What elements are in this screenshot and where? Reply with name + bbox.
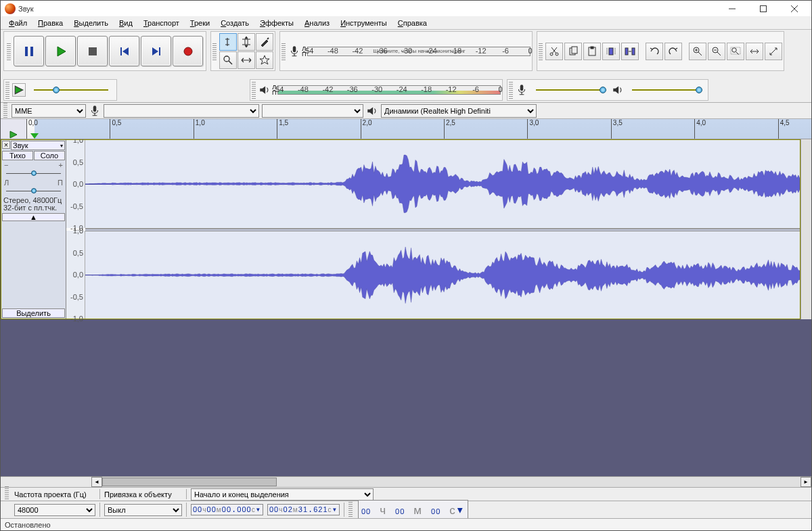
status-bar: Остановлено <box>1 518 811 530</box>
multi-tool[interactable] <box>256 51 273 69</box>
transport-group <box>3 31 206 71</box>
mixer-group <box>507 79 708 101</box>
speaker-icon[interactable] <box>258 84 271 96</box>
minimize-button[interactable] <box>717 1 748 16</box>
mute-button[interactable]: Тихо <box>2 151 33 160</box>
drag-handle-icon[interactable] <box>7 43 11 60</box>
selection-tool[interactable] <box>219 33 237 51</box>
timeshift-tool[interactable] <box>238 51 255 69</box>
track-gain-slider[interactable] <box>3 170 64 177</box>
playback-meter[interactable]: -54-48-42-36-30-24-18-12-60 <box>277 85 501 95</box>
menu-справка[interactable]: Справка <box>392 18 432 28</box>
drag-handle-icon[interactable] <box>281 43 286 60</box>
menu-правка[interactable]: Правка <box>32 18 68 28</box>
zoom-toggle-button[interactable] <box>765 43 782 60</box>
trim-button[interactable] <box>602 43 620 60</box>
skip-end-button[interactable] <box>141 36 171 66</box>
drag-handle-icon[interactable] <box>509 81 513 99</box>
selection-toolbar-controls: 48000 Выкл 00ч00м00.000с▾ 00ч02м31.621с▾… <box>1 501 811 518</box>
cut-button[interactable] <box>545 43 563 60</box>
fit-selection-button[interactable] <box>727 43 744 60</box>
pause-button[interactable] <box>14 36 44 66</box>
paste-button[interactable] <box>583 43 601 60</box>
audio-position-timecode[interactable]: 00 ч 00 м 00 с▾ <box>358 500 468 520</box>
track-collapse-button[interactable]: ▲ <box>2 213 65 221</box>
project-rate-select[interactable]: 48000 <box>14 504 95 516</box>
redo-button[interactable] <box>664 43 682 60</box>
drag-handle-icon[interactable] <box>5 81 9 99</box>
zoom-tool[interactable] <box>219 51 237 69</box>
drag-handle-icon[interactable] <box>539 43 543 60</box>
drag-handle-icon[interactable] <box>3 102 7 120</box>
timeline: 0,00,51,01,52,02,53,03,54,04,5 <box>1 119 811 139</box>
menu-bar: ФайлПравкаВыделитьВидТранспортТрекиСозда… <box>1 16 811 30</box>
selection-mode-select[interactable]: Начало и конец выделения <box>191 488 374 501</box>
menu-файл[interactable]: Файл <box>3 18 32 28</box>
track-pan-slider[interactable] <box>3 188 64 195</box>
snap-select[interactable]: Выкл <box>104 504 182 516</box>
playback-speed-slider[interactable] <box>27 85 115 95</box>
track-menu-button[interactable]: Звук <box>11 141 65 150</box>
playback-device-select[interactable]: Динамики (Realtek High Definiti <box>381 104 537 118</box>
play-at-speed-button[interactable] <box>12 83 26 97</box>
drag-handle-icon[interactable] <box>212 43 217 60</box>
waveform-display[interactable] <box>85 140 800 319</box>
drag-handle-icon[interactable] <box>348 501 353 519</box>
skip-start-button[interactable] <box>109 36 139 66</box>
svg-rect-1 <box>25 47 28 56</box>
microphone-icon <box>89 105 101 117</box>
svg-rect-5 <box>159 47 160 55</box>
menu-создать[interactable]: Создать <box>215 18 254 28</box>
microphone-icon <box>516 84 528 96</box>
silence-button[interactable] <box>621 43 639 60</box>
svg-point-6 <box>184 47 192 55</box>
copy-button[interactable] <box>564 43 582 60</box>
svg-rect-3 <box>89 47 97 55</box>
playback-volume-slider[interactable] <box>625 85 706 95</box>
fit-project-button[interactable] <box>746 43 763 60</box>
draw-tool[interactable] <box>256 33 273 51</box>
svg-rect-17 <box>632 48 635 55</box>
play-meter-group: Л П -54-48-42-36-30-24-18-12-60 <box>250 79 503 101</box>
record-channels-select[interactable] <box>262 104 363 118</box>
solo-button[interactable]: Соло <box>34 151 65 160</box>
record-device-select[interactable] <box>104 104 259 118</box>
microphone-icon[interactable] <box>288 45 300 57</box>
scroll-left-button[interactable]: ◄ <box>91 477 102 487</box>
menu-вид[interactable]: Вид <box>114 18 138 28</box>
maximize-button[interactable] <box>748 1 779 16</box>
zoom-in-button[interactable] <box>689 43 706 60</box>
undo-button[interactable] <box>646 43 663 60</box>
selection-end-timecode[interactable]: 00ч02м31.621с▾ <box>267 504 340 515</box>
record-volume-slider[interactable] <box>529 85 610 95</box>
svg-rect-0 <box>761 5 767 11</box>
menu-транспорт[interactable]: Транспорт <box>138 18 185 28</box>
zoom-out-button[interactable] <box>708 43 725 60</box>
stop-button[interactable] <box>77 36 108 66</box>
menu-треки[interactable]: Треки <box>185 18 215 28</box>
status-text: Остановлено <box>5 521 51 529</box>
envelope-tool[interactable] <box>238 33 255 51</box>
menu-анализ[interactable]: Анализ <box>299 18 335 28</box>
drag-handle-icon[interactable] <box>252 81 256 99</box>
time-ruler[interactable]: 0,00,51,01,52,02,53,03,54,04,5 <box>26 119 811 139</box>
record-meter[interactable]: Щёлкните, чтобы начать мониторинг -54-48… <box>307 47 531 56</box>
horizontal-scrollbar[interactable]: ◄ ► <box>91 477 811 487</box>
record-button[interactable] <box>173 36 203 66</box>
amplitude-scale-right: 1,00,50,0-0,5-1,0 <box>66 231 85 319</box>
menu-выделить[interactable]: Выделить <box>68 18 114 28</box>
close-button[interactable] <box>779 1 810 16</box>
track-select-button[interactable]: Выделить <box>2 308 65 318</box>
vertical-scrollbar[interactable] <box>800 139 811 319</box>
scroll-right-button[interactable]: ► <box>800 477 811 487</box>
track-close-button[interactable]: × <box>2 141 10 149</box>
selection-start-timecode[interactable]: 00ч00м00.000с▾ <box>191 504 263 515</box>
track-format-info: Стерео, 48000Гц 32-бит с пл.тчк. <box>2 196 65 212</box>
project-rate-label: Частота проекта (Гц) <box>14 490 95 499</box>
menu-эффекты[interactable]: Эффекты <box>254 18 299 28</box>
menu-инструменты[interactable]: Инструменты <box>335 18 392 28</box>
pin-playhead-button[interactable] <box>1 119 26 139</box>
play-button[interactable] <box>45 36 76 66</box>
audio-host-select[interactable]: MME <box>12 104 86 118</box>
speaker-icon <box>612 84 624 96</box>
